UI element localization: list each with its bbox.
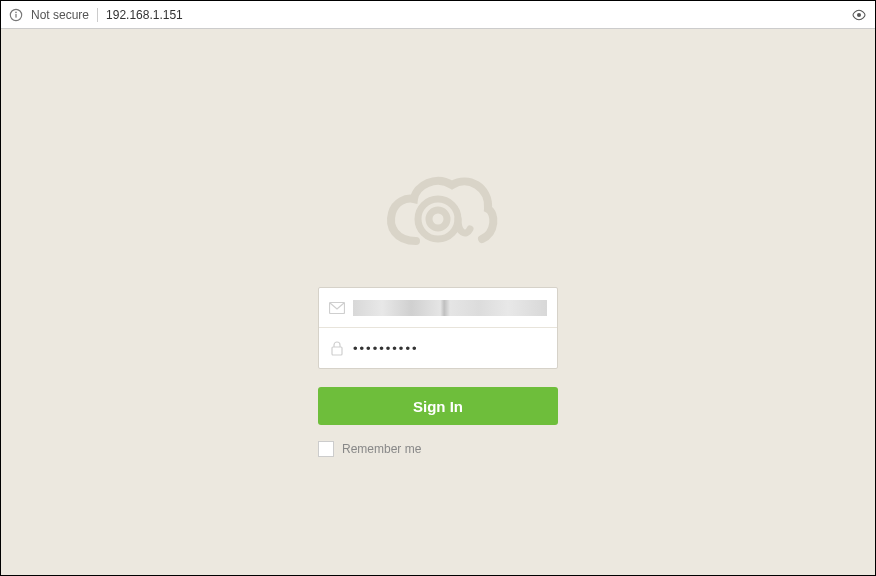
app-logo (378, 169, 498, 257)
email-field-row[interactable] (319, 288, 557, 328)
remember-label: Remember me (342, 442, 421, 456)
svg-point-1 (15, 11, 17, 13)
eye-icon[interactable] (851, 7, 867, 23)
info-icon (9, 8, 23, 22)
url-text[interactable]: 192.168.1.151 (106, 8, 843, 22)
remember-row[interactable]: Remember me (318, 441, 558, 457)
email-value-redacted (353, 300, 547, 316)
svg-rect-7 (332, 347, 342, 355)
signin-button-label: Sign In (413, 398, 463, 415)
signin-button[interactable]: Sign In (318, 387, 558, 425)
svg-point-4 (418, 199, 458, 239)
envelope-icon (329, 300, 345, 316)
password-field-row[interactable] (319, 328, 557, 368)
lock-icon (329, 340, 345, 356)
svg-point-5 (429, 210, 447, 228)
browser-address-bar: Not secure 192.168.1.151 (1, 1, 875, 29)
svg-point-3 (857, 13, 861, 17)
remember-checkbox[interactable] (318, 441, 334, 457)
password-input[interactable] (353, 341, 547, 356)
login-form (318, 287, 558, 369)
svg-rect-2 (15, 13, 16, 17)
page-viewport: Sign In Remember me (1, 29, 875, 576)
security-status-label: Not secure (31, 8, 89, 22)
address-divider (97, 8, 98, 22)
